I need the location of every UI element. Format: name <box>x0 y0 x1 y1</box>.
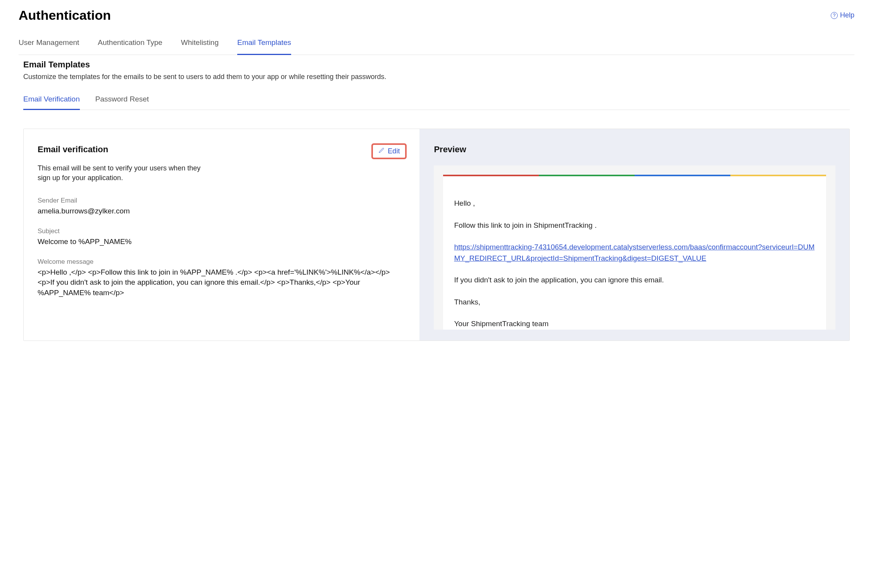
edit-button[interactable]: Edit <box>373 144 405 158</box>
preview-title: Preview <box>434 144 835 155</box>
preview-greeting: Hello , <box>454 198 815 209</box>
welcome-message-value: <p>Hello ,</p> <p>Follow this link to jo… <box>38 267 405 298</box>
tab-authentication-type[interactable]: Authentication Type <box>98 38 162 55</box>
help-icon: ? <box>831 12 838 19</box>
email-settings-column: Email verification Edit This email will … <box>24 129 420 340</box>
subject-value: Welcome to %APP_NAME% <box>38 237 405 247</box>
preview-thanks-line: Thanks, <box>454 297 815 308</box>
section-title: Email Templates <box>23 60 850 70</box>
preview-join-link[interactable]: https://shipmenttracking-74310654.develo… <box>454 243 814 262</box>
subject-label: Subject <box>38 227 405 235</box>
preview-ignore-line: If you didn't ask to join the applicatio… <box>454 275 815 286</box>
help-label: Help <box>840 11 854 19</box>
tab-whitelisting[interactable]: Whitelisting <box>181 38 219 55</box>
welcome-message-label: Welcome message <box>38 258 405 266</box>
preview-email-body: Hello , Follow this link to join in Ship… <box>443 176 826 330</box>
sub-tabs: Email Verification Password Reset <box>23 95 850 110</box>
sender-email-value: amelia.burrows@zylker.com <box>38 206 405 217</box>
preview-column: Preview Hello , Follow this link to join… <box>420 129 849 340</box>
preview-follow-line: Follow this link to join in ShipmentTrac… <box>454 220 815 231</box>
help-link[interactable]: ? Help <box>831 11 854 19</box>
sender-email-label: Sender Email <box>38 197 405 205</box>
sub-tab-password-reset[interactable]: Password Reset <box>95 95 149 110</box>
tab-email-templates[interactable]: Email Templates <box>237 38 291 55</box>
email-card-description: This email will be sent to verify your u… <box>38 163 204 183</box>
main-tabs: User Management Authentication Type Whit… <box>19 38 854 55</box>
preview-signoff-line: Your ShipmentTracking team <box>454 318 815 330</box>
sub-tab-email-verification[interactable]: Email Verification <box>23 95 80 110</box>
preview-card: Hello , Follow this link to join in Ship… <box>434 165 835 330</box>
edit-label: Edit <box>388 147 400 155</box>
tab-user-management[interactable]: User Management <box>19 38 79 55</box>
page-title: Authentication <box>19 8 111 23</box>
email-card-title: Email verification <box>38 144 108 155</box>
section-description: Customize the templates for the emails t… <box>23 73 850 81</box>
pencil-icon <box>378 147 385 155</box>
content-panel: Email verification Edit This email will … <box>23 129 850 341</box>
brand-stripe <box>443 175 826 176</box>
